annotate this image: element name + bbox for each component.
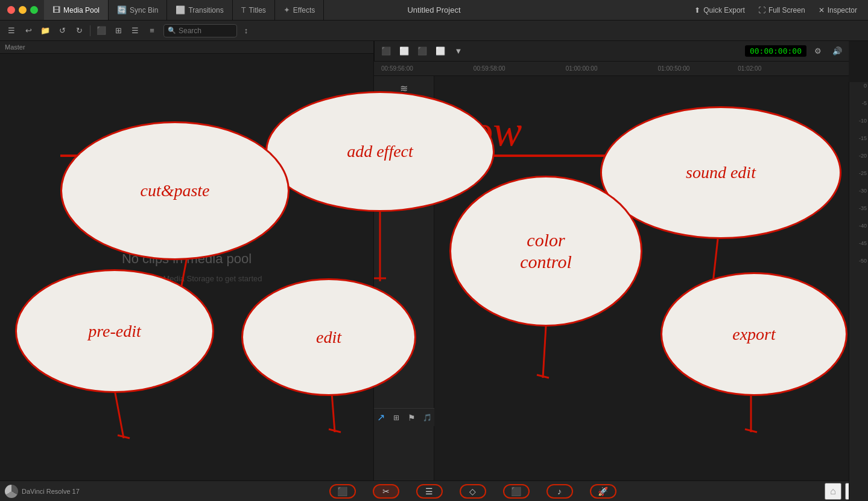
nav-fairlight[interactable]: ♪ (546, 484, 573, 499)
media-pool-icon: 🎞 (52, 5, 60, 14)
toolbar-btn-undo[interactable]: ↺ (54, 24, 70, 38)
titles-icon: T (241, 5, 246, 14)
title-bar: 🎞 Media Pool 🔄 Sync Bin ⬜ Transitions T … (0, 0, 868, 21)
toolbar-btn-sort[interactable]: ≡ (144, 24, 160, 38)
inspector-icon: ✕ (819, 6, 825, 14)
toolbar-sep-1 (90, 25, 90, 36)
toolbar-btn-clip[interactable]: ⬛ (93, 24, 109, 38)
full-screen-label: Full Screen (768, 6, 805, 14)
close-button[interactable] (7, 6, 15, 14)
tool-cut[interactable]: ✂ (396, 98, 412, 112)
tab-effects[interactable]: ✦ Effects (275, 0, 324, 20)
tool-text[interactable]: T (396, 115, 412, 129)
nav-color-icon: ⬛ (503, 484, 530, 499)
media-pool-empty: No clips in media pool Add clips from Me… (0, 54, 373, 480)
tab-transitions[interactable]: ⬜ Transitions (167, 0, 232, 20)
viewer-toolbar: ⬛ ⬜ ⬛ ⬜ ▼ 00:00:00:00 ⚙ 🔊 (374, 41, 849, 62)
viewer-btn-3[interactable]: ⬛ (414, 44, 430, 59)
nav-media-icon: ⬛ (329, 484, 356, 499)
ruler-tick-30: -30 (859, 188, 868, 194)
tab-titles-label: Titles (249, 6, 266, 14)
tab-media-pool[interactable]: 🎞 Media Pool (44, 0, 109, 20)
tool-audio[interactable]: 🎵 (420, 410, 434, 425)
title-right-actions: ⬆ Quick Export ⛶ Full Screen ✕ Inspector (688, 4, 868, 16)
inspector-label: Inspector (828, 6, 857, 14)
nav-cut[interactable]: ✂ (373, 484, 399, 499)
viewer-settings-btn[interactable]: ⚙ (810, 44, 826, 59)
viewer-btn-2[interactable]: ⬜ (396, 44, 412, 59)
toolbar-btn-redo[interactable]: ↻ (71, 24, 87, 38)
tool-snap2[interactable]: ⊞ (390, 410, 404, 425)
toolbar-sort-order[interactable]: ↕ (238, 24, 254, 38)
nav-deliver-icon: 🚀 (590, 484, 616, 499)
tab-effects-label: Effects (293, 6, 315, 14)
playhead-tools: ↗ ⊞ ⚑ 🎵 (374, 408, 434, 426)
tool-ripple[interactable]: ≋ (396, 81, 412, 95)
tab-transitions-label: Transitions (188, 6, 223, 14)
nav-cut-icon: ✂ (373, 484, 399, 499)
ruler-tick-0: 0 (864, 83, 868, 89)
tab-titles[interactable]: T Titles (233, 0, 275, 20)
nav-media[interactable]: ⬛ (329, 484, 356, 499)
nav-edit-icon: ☰ (416, 484, 443, 499)
tool-flag[interactable]: ⚑ (405, 410, 419, 425)
tab-sync-bin[interactable]: 🔄 Sync Bin (109, 0, 167, 20)
toolbar: ☰ ↩ 📁 ↺ ↻ ⬛ ⊞ ☰ ≡ 🔍 ↕ (0, 21, 868, 41)
window-controls (0, 6, 38, 14)
viewer-btn-5[interactable]: ▼ (451, 44, 466, 59)
bottom-bar: DaVinci Resolve 17 ⬛ ✂ ☰ ◇ ⬛ ♪ 🚀 ⌂ ⚙ (0, 480, 868, 501)
maximize-button[interactable] (30, 6, 38, 14)
viewer-btn-4[interactable]: ⬜ (432, 44, 448, 59)
master-label: Master (0, 41, 373, 54)
tab-media-pool-label: Media Pool (63, 6, 100, 14)
ruler-tick-10: -10 (859, 118, 868, 124)
tool-ripple2[interactable]: ⇌ (396, 165, 412, 180)
nav-fusion[interactable]: ◇ (460, 484, 486, 499)
ruler-tick-25: -25 (859, 171, 868, 176)
full-screen-button[interactable]: ⛶ Full Screen (752, 4, 811, 16)
ruler-tick-20: -20 (859, 153, 868, 159)
viewer-audio-btn[interactable]: 🔊 (829, 44, 845, 59)
tab-bar: 🎞 Media Pool 🔄 Sync Bin ⬜ Transitions T … (44, 0, 688, 20)
transitions-icon: ⬜ (176, 5, 185, 14)
toolbar-btn-new[interactable]: ↩ (21, 24, 36, 38)
search-box[interactable]: 🔍 (163, 24, 237, 37)
bottom-nav: ⬛ ✂ ☰ ◇ ⬛ ♪ 🚀 (121, 484, 825, 499)
viewer-btn-1[interactable]: ⬛ (378, 44, 394, 59)
no-clips-title: No clips in media pool (122, 251, 252, 267)
tab-sync-bin-label: Sync Bin (130, 6, 158, 14)
nav-color[interactable]: ⬛ (503, 484, 530, 499)
ruler-tick-35: -35 (859, 206, 868, 211)
quick-export-label: Quick Export (703, 6, 745, 14)
ruler-tick-15: -15 (859, 136, 868, 141)
tool-snap[interactable]: ⊥ (396, 148, 412, 163)
app-logo-icon (5, 485, 18, 498)
toolbar-btn-open[interactable]: 📁 (37, 24, 53, 38)
effects-icon: ✦ (284, 5, 290, 14)
quick-export-button[interactable]: ⬆ Quick Export (688, 4, 751, 16)
ruler-tick-45: -45 (859, 241, 868, 246)
search-input[interactable] (179, 27, 233, 35)
ruler-tick-50: -50 (859, 258, 868, 264)
nav-fusion-icon: ◇ (460, 484, 486, 499)
tool-code[interactable]: </> (396, 132, 412, 146)
full-screen-icon: ⛶ (758, 6, 765, 14)
nav-edit[interactable]: ☰ (416, 484, 443, 499)
timecode-display: 00:00:00:00 (745, 45, 806, 57)
timeline-panel: 00:59:56:00 00:59:58:00 01:00:00:00 01:0… (374, 62, 849, 480)
nav-fairlight-icon: ♪ (546, 484, 573, 499)
toolbar-btn-1[interactable]: ☰ (4, 24, 19, 38)
sync-bin-icon: 🔄 (117, 5, 127, 14)
toolbar-btn-list[interactable]: ☰ (127, 24, 143, 38)
inspector-button[interactable]: ✕ Inspector (813, 4, 863, 16)
app-info: DaVinci Resolve 17 (0, 485, 121, 498)
toolbar-btn-grid[interactable]: ⊞ (110, 24, 126, 38)
project-title: Untitled Project (407, 5, 460, 14)
nav-deliver[interactable]: 🚀 (590, 484, 616, 499)
quick-export-icon: ⬆ (694, 6, 700, 14)
tool-pointer[interactable]: ↗ (374, 410, 388, 425)
bottom-home-btn[interactable]: ⌂ (825, 483, 841, 500)
minimize-button[interactable] (19, 6, 27, 14)
app-name-label: DaVinci Resolve 17 (22, 488, 80, 495)
ruler-tick-40: -40 (859, 223, 868, 229)
